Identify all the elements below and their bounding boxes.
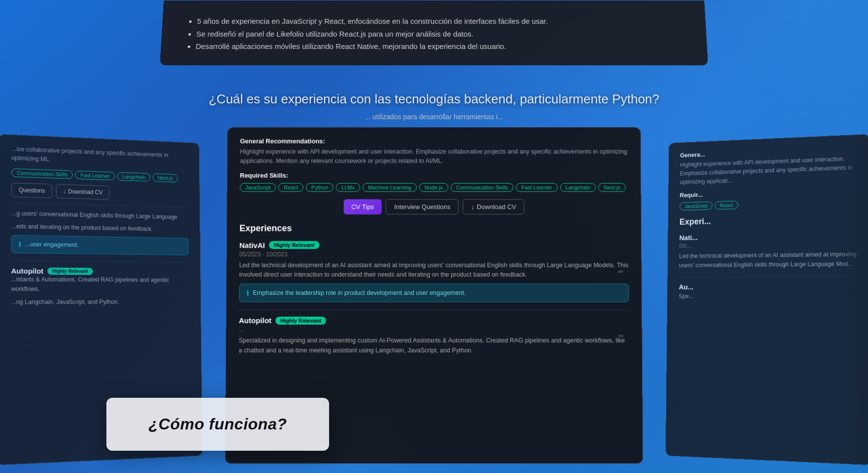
partial-answer-text: ... utilizados para desarrollar herramie… (365, 113, 503, 121)
bullet-list: 5 años de experiencia en JavaScript y Re… (186, 15, 682, 52)
exp2-desc: Specialized in designing and implementin… (239, 336, 629, 355)
skill-js: JavaScript (240, 183, 276, 191)
left-btn-row: Questions ↓ Download CV (11, 183, 189, 202)
left-exp2-badge: Highly Relevant (48, 268, 93, 275)
exp1-date: 05/2023 - 10/2023 (240, 251, 629, 258)
skill-fast: Fast Learner (516, 183, 558, 191)
center-skills-row: JavaScript React Python LLMs Machine Lea… (240, 183, 628, 191)
right-exp1-header: Nati... (679, 231, 857, 241)
right-skills-row: JavaScript React (679, 197, 857, 210)
left-exp1: ...g users' conversational English skill… (11, 209, 189, 255)
center-rec-text: Highlight experience with API developmen… (240, 147, 628, 166)
info-icon: ℹ (19, 240, 21, 248)
exp2-date: ... (239, 326, 629, 333)
right-exp1-text: Led the technical development of an AI a… (679, 250, 857, 270)
interview-questions-button[interactable]: Interview Questions (386, 199, 459, 214)
right-exp1: Nati... 05/... Led the technical develop… (679, 231, 857, 270)
exp1-header: NativAI Highly Relevant (240, 241, 629, 249)
exp2-badge: Highly Relevant (275, 317, 326, 325)
exp2-edit-icon[interactable]: ✏ (618, 332, 624, 340)
skill-nextjs: Next.js (598, 183, 626, 191)
question-text: ¿Cuál es su experiencia con las tecnolog… (209, 92, 660, 107)
skill-react: React (279, 183, 304, 191)
bullet-item-1: 5 años de experiencia en JavaScript y Re… (197, 15, 681, 27)
center-gen-rec-label: General Recommendations: (240, 138, 628, 145)
left-exp2-company: Autopilot (11, 267, 43, 275)
exp1-company: NativAI (240, 241, 265, 249)
cv-tips-button[interactable]: CV Tips (343, 199, 382, 214)
skill-badge: Next.js (153, 173, 178, 182)
bullet-item-3: Desarrollé aplicaciones móviles utilizan… (195, 40, 682, 53)
bullet-item-2: Se rediseñó el panel de Likefolio utiliz… (196, 28, 682, 40)
download-cv-button[interactable]: ↓ Download CV (463, 199, 525, 214)
exp1-desc: Led the technical development of an AI a… (239, 261, 629, 280)
skill-llms: LLMs (336, 183, 360, 191)
right-exp2-header: Au... (679, 282, 857, 290)
left-skills-row: Communication Skills Fast Learner Langch… (11, 168, 188, 183)
experiences-title: Experiences (240, 223, 628, 234)
download-arrow-icon: ↓ (471, 203, 475, 210)
right-exp-title: Experi... (679, 213, 857, 227)
left-rec-text: ...ize collaborative projects and any sp… (11, 144, 188, 169)
card-right-fade (839, 135, 868, 465)
right-divider (679, 276, 857, 278)
left-exp2: Autopilot Highly Relevant ...istants & A… (11, 267, 189, 307)
skill-langchain: Langchain (560, 183, 596, 191)
divider2 (11, 261, 189, 263)
right-skill-js: JavaScript (679, 201, 713, 210)
right-req-label: Requir... (680, 187, 857, 199)
exp2-autopilot: Autopilot Highly Relevant ... Specialize… (239, 316, 629, 355)
exp2-company: Autopilot (239, 316, 272, 325)
left-tip-box: ℹ ...user engagement. (11, 235, 189, 255)
right-exp2: Au... Spe... (678, 282, 857, 301)
skill-badge: Fast Learner (75, 170, 115, 180)
skill-nodejs: Node.js (419, 183, 448, 191)
skill-ml: Machine Learning (363, 183, 417, 191)
exp2-header: Autopilot Highly Relevant (239, 316, 629, 325)
right-exp2-text: Spe... (678, 292, 857, 301)
top-panel: 5 años de experiencia en JavaScript y Re… (160, 0, 708, 65)
right-rec-text: Highlight experience with API developmen… (680, 154, 857, 187)
center-action-buttons: CV Tips Interview Questions ↓ Download C… (240, 199, 628, 214)
center-divider (239, 310, 629, 310)
right-exp1-company: Nati... (679, 234, 698, 241)
right-exp2-company: Au... (679, 283, 694, 291)
divider (11, 202, 189, 207)
popup-text: ¿Cómo funciona? (121, 415, 314, 433)
bottom-popup: ¿Cómo funciona? (106, 398, 329, 451)
exp1-badge: Highly Relevant (269, 241, 319, 249)
right-exp1-date: 05/... (679, 240, 857, 250)
info-circle-icon: ℹ (246, 289, 249, 297)
exp1-tip-box: ℹ Emphasize the leadership role in produ… (239, 284, 629, 302)
skill-python: Python (306, 183, 334, 191)
exp1-edit-icon[interactable]: ✏ (618, 268, 624, 276)
card-right: Genera... Highlight experience with API … (666, 134, 868, 465)
left-questions-button[interactable]: Questions (11, 183, 52, 198)
left-download-button[interactable]: ↓ Download CV (56, 184, 109, 200)
center-req-skills-label: Required Skills: (240, 172, 628, 179)
exp1-nativai: NativAI Highly Relevant 05/2023 - 10/202… (239, 241, 629, 303)
skill-badge: Langchain (117, 172, 151, 181)
skill-comm: Communication Skills (451, 183, 514, 191)
right-skill-react: React (715, 201, 738, 210)
download-icon: ↓ (63, 188, 66, 194)
skill-badge: Communication Skills (11, 168, 73, 179)
